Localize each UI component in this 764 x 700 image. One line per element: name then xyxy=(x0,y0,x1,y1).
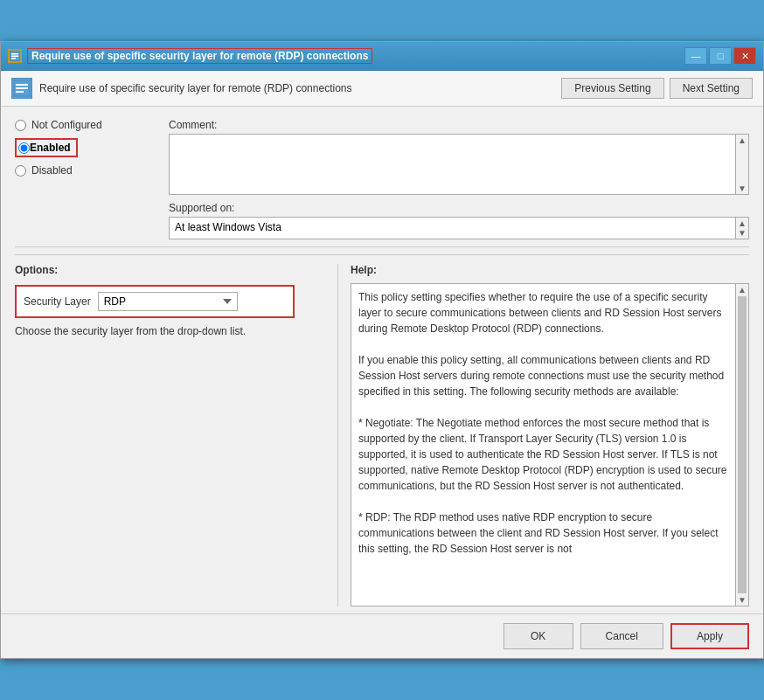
security-layer-select[interactable]: RDP Negotiate SSL (TLS 1.0) xyxy=(98,292,238,311)
cancel-button[interactable]: Cancel xyxy=(580,623,663,649)
help-panel: Help: This policy setting specifies whet… xyxy=(338,264,749,606)
disabled-label: Disabled xyxy=(31,164,73,177)
title-bar-text: Require use of specific security layer f… xyxy=(27,48,372,64)
svg-rect-7 xyxy=(16,91,24,93)
svg-rect-6 xyxy=(16,87,28,89)
comment-section: Comment: ▲ ▼ xyxy=(169,119,749,195)
header-bar: Require use of specific security layer f… xyxy=(1,71,763,107)
help-paragraph-2: If you enable this policy setting, all c… xyxy=(358,352,728,399)
minimize-button[interactable]: — xyxy=(684,47,707,65)
scroll-up-icon[interactable]: ▲ xyxy=(738,135,747,145)
scroll-down-icon[interactable]: ▼ xyxy=(738,184,747,193)
disabled-radio[interactable] xyxy=(15,165,26,177)
options-title: Options: xyxy=(15,264,327,276)
help-paragraph-3: * Negotiate: The Negotiate method enforc… xyxy=(358,415,728,494)
svg-rect-1 xyxy=(11,53,18,55)
help-text[interactable]: This policy setting specifies whether to… xyxy=(351,283,735,606)
title-bar: Require use of specific security layer f… xyxy=(1,42,763,71)
main-content: Not Configured Enabled Disabled xyxy=(1,107,763,606)
options-hint: Choose the security layer from the drop-… xyxy=(15,325,327,337)
enabled-label: Enabled xyxy=(30,142,71,154)
comment-label: Comment: xyxy=(169,119,749,131)
header-buttons: Previous Setting Next Setting xyxy=(561,78,753,99)
close-button[interactable]: ✕ xyxy=(733,47,756,65)
disabled-option[interactable]: Disabled xyxy=(15,164,155,177)
right-fields: Comment: ▲ ▼ Supported on: At least Wind… xyxy=(169,119,749,239)
supported-scrollbar[interactable]: ▲ ▼ xyxy=(735,217,749,239)
security-layer-label: Security Layer xyxy=(24,295,91,308)
help-text-wrapper: This policy setting specifies whether to… xyxy=(351,283,749,606)
help-paragraph-1: This policy setting specifies whether to… xyxy=(358,289,728,336)
previous-setting-button[interactable]: Previous Setting xyxy=(561,78,663,99)
apply-button[interactable]: Apply xyxy=(670,623,749,649)
header-icon xyxy=(11,78,32,99)
not-configured-label: Not Configured xyxy=(31,119,102,131)
supported-wrapper: At least Windows Vista ▲ ▼ xyxy=(169,217,749,239)
security-layer-row: Security Layer RDP Negotiate SSL (TLS 1.… xyxy=(15,285,295,318)
not-configured-radio[interactable] xyxy=(15,120,26,131)
help-scroll-thumb[interactable] xyxy=(738,296,747,593)
ok-button[interactable]: OK xyxy=(504,623,573,649)
supported-label: Supported on: xyxy=(169,202,749,214)
help-scroll-up-icon[interactable]: ▲ xyxy=(738,285,747,295)
supported-section: Supported on: At least Windows Vista ▲ ▼ xyxy=(169,202,749,239)
help-scrollbar[interactable]: ▲ ▼ xyxy=(735,283,749,606)
svg-rect-3 xyxy=(11,58,16,59)
divider xyxy=(15,246,749,247)
enabled-radio[interactable] xyxy=(18,142,30,154)
options-panel: Options: Security Layer RDP Negotiate SS… xyxy=(15,264,338,606)
header-left: Require use of specific security layer f… xyxy=(11,78,351,99)
enabled-option[interactable]: Enabled xyxy=(15,138,78,157)
comment-scrollbar[interactable]: ▲ ▼ xyxy=(735,134,749,195)
window-icon xyxy=(8,49,22,63)
comment-field-wrapper: ▲ ▼ xyxy=(169,134,749,195)
header-title: Require use of specific security layer f… xyxy=(39,82,351,94)
two-panel: Options: Security Layer RDP Negotiate SS… xyxy=(15,254,749,606)
not-configured-option[interactable]: Not Configured xyxy=(15,119,155,131)
top-section: Not Configured Enabled Disabled xyxy=(15,119,749,239)
supported-value: At least Windows Vista xyxy=(169,217,735,239)
scroll-down-arrow-icon[interactable]: ▼ xyxy=(738,228,747,238)
title-bar-buttons: — □ ✕ xyxy=(684,47,756,65)
radio-group: Not Configured Enabled Disabled xyxy=(15,119,155,239)
main-window: Require use of specific security layer f… xyxy=(0,41,764,659)
svg-rect-5 xyxy=(16,84,28,86)
help-paragraph-4: * RDP: The RDP method uses native RDP en… xyxy=(358,509,728,557)
scroll-up-arrow-icon[interactable]: ▲ xyxy=(738,218,747,228)
help-title: Help: xyxy=(351,264,749,276)
next-setting-button[interactable]: Next Setting xyxy=(670,78,753,99)
footer: OK Cancel Apply xyxy=(1,613,763,658)
svg-rect-2 xyxy=(11,56,18,58)
comment-textarea[interactable] xyxy=(169,134,735,195)
maximize-button[interactable]: □ xyxy=(709,47,732,65)
title-bar-left: Require use of specific security layer f… xyxy=(8,48,372,64)
help-scroll-down-icon[interactable]: ▼ xyxy=(738,595,747,605)
